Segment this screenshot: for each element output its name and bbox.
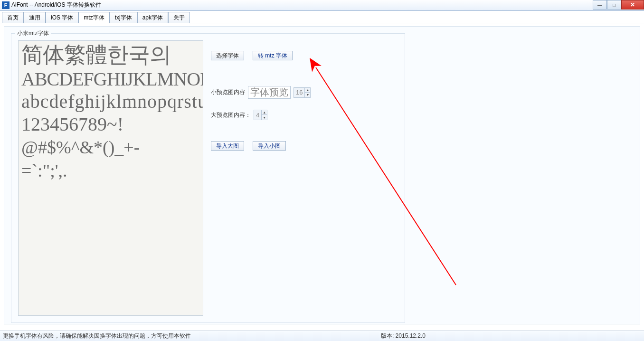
tab-apk-font[interactable]: apk字体	[137, 12, 168, 23]
spin-down-icon[interactable]: ▼	[304, 93, 310, 97]
maximize-button[interactable]: □	[607, 0, 621, 9]
spin-up-icon[interactable]: ▲	[261, 110, 267, 115]
preview-sym2: =`:";',.	[21, 159, 200, 182]
small-size-value: 16	[294, 88, 304, 97]
tab-mtz-font[interactable]: mtz字体	[78, 12, 109, 23]
content-panel: 小米mtz字体 简体繁體한국의 ABCDEFGHIJKLMNOPQRSTUVWX…	[4, 26, 640, 324]
minimize-button[interactable]: —	[593, 0, 607, 9]
import-small-button[interactable]: 导入小图	[253, 141, 286, 151]
preview-digits: 123456789~!	[21, 113, 200, 136]
small-preview-input[interactable]	[248, 86, 291, 99]
status-bar: 更换手机字体有风险，请确保能解决因换字体出现的问题，方可使用本软件 版本: 20…	[0, 331, 644, 341]
tab-about[interactable]: 关于	[168, 12, 190, 23]
tab-general[interactable]: 通用	[24, 12, 46, 23]
preview-sym1: @#$%^&*()_+-	[21, 136, 200, 159]
spin-up-icon[interactable]: ▲	[304, 88, 310, 93]
tab-txj-font[interactable]: txj字体	[110, 12, 137, 23]
tab-row: 首页 通用 iOS 字体 mtz字体 txj字体 apk字体 关于	[0, 10, 644, 23]
large-size-value: 4	[254, 110, 261, 120]
select-font-button[interactable]: 选择字体	[211, 51, 244, 60]
convert-mtz-button[interactable]: 转 mtz 字体	[253, 51, 293, 60]
small-preview-label: 小预览图内容	[211, 88, 245, 96]
app-icon: F	[2, 1, 9, 9]
import-large-button[interactable]: 导入大图	[211, 141, 244, 151]
tab-home[interactable]: 首页	[2, 12, 24, 23]
large-size-spinner[interactable]: 4 ▲▼	[254, 110, 267, 120]
tab-ios-font[interactable]: iOS 字体	[46, 12, 78, 23]
font-preview: 简体繁體한국의 ABCDEFGHIJKLMNOPQRSTUVWXYZ abcde…	[18, 40, 203, 316]
preview-lower: abcdefghijklmnopqrstuvwxyz	[21, 90, 200, 113]
preview-cjk: 简体繁體한국의	[21, 43, 200, 68]
window-titlebar: F AiFont -- Android/iOS 字体转换软件 — □ ✕	[0, 0, 644, 10]
version-label: 版本: 2015.12.2.0	[381, 332, 426, 340]
group-title: 小米mtz字体	[15, 29, 51, 38]
mtz-groupbox: 小米mtz字体 简体繁體한국의 ABCDEFGHIJKLMNOPQRSTUVWX…	[11, 33, 405, 323]
preview-upper: ABCDEFGHIJKLMNOPQRSTUVWXYZ	[21, 68, 200, 90]
window-controls: — □ ✕	[593, 0, 644, 9]
small-size-spinner[interactable]: 16 ▲▼	[294, 87, 311, 98]
window-title: AiFont -- Android/iOS 字体转换软件	[11, 1, 101, 9]
status-message: 更换手机字体有风险，请确保能解决因换字体出现的问题，方可使用本软件	[3, 332, 191, 340]
spin-down-icon[interactable]: ▼	[261, 115, 267, 120]
close-button[interactable]: ✕	[621, 0, 644, 9]
large-preview-label: 大预览图内容：	[211, 111, 251, 119]
